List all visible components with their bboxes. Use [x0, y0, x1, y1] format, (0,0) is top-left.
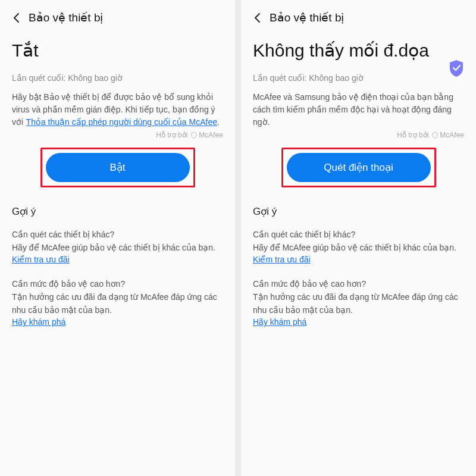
mcafee-shield-icon: [431, 131, 439, 139]
mcafee-text: McAfee: [199, 131, 223, 139]
page-title: Tắt: [12, 40, 223, 61]
description-text: McAfee và Samsung bảo vệ điện thoại của …: [253, 91, 464, 129]
mcafee-logo: McAfee: [190, 131, 223, 139]
tip-item: Cần mức độ bảo vệ cao hơn? Tận hưởng các…: [253, 278, 464, 327]
explore-link[interactable]: Hãy khám phá: [253, 317, 306, 327]
tip-question: Cần mức độ bảo vệ cao hơn?: [12, 278, 223, 291]
highlight-box: Bật: [40, 148, 195, 187]
screen-left: Bảo vệ thiết bị Tắt Lần quét cuối: Không…: [0, 0, 235, 476]
check-offer-link[interactable]: Kiểm tra ưu đãi: [253, 255, 311, 264]
tip-desc: Tận hưởng các ưu đãi đa dạng từ McAfee đ…: [253, 291, 464, 317]
period: .: [217, 117, 220, 127]
screen-right: Bảo vệ thiết bị Không thấy mối đ.dọa Lần…: [241, 0, 476, 476]
header-title: Bảo vệ thiết bị: [270, 11, 345, 24]
tip-desc: Tận hưởng các ưu đãi đa dạng từ McAfee đ…: [12, 291, 223, 317]
check-offer-link[interactable]: Kiểm tra ưu đãi: [12, 255, 70, 264]
tip-desc: Hãy để McAfee giúp bảo vệ các thiết bị k…: [253, 242, 464, 255]
last-scan-text: Lần quét cuối: Không bao giờ: [253, 73, 464, 83]
sponsor-row: Hỗ trợ bởi McAfee: [253, 131, 464, 139]
header: Bảo vệ thiết bị: [12, 11, 223, 24]
mcafee-text: McAfee: [440, 131, 464, 139]
tip-question: Cần mức độ bảo vệ cao hơn?: [253, 278, 464, 291]
header: Bảo vệ thiết bị: [253, 11, 464, 24]
last-scan-text: Lần quét cuối: Không bao giờ: [12, 73, 223, 83]
eula-link[interactable]: Thỏa thuận cấp phép người dùng cuối của …: [26, 117, 217, 127]
tip-item: Cần quét các thiết bị khác? Hãy để McAfe…: [253, 228, 464, 265]
highlight-box: Quét điện thoại: [281, 148, 436, 187]
tip-item: Cần mức độ bảo vệ cao hơn? Tận hưởng các…: [12, 278, 223, 327]
tip-item: Cần quét các thiết bị khác? Hãy để McAfe…: [12, 228, 223, 265]
status-shield-icon: [449, 60, 464, 77]
sponsor-row: Hỗ trợ bởi McAfee: [12, 131, 223, 139]
chevron-left-icon: [12, 12, 20, 23]
tip-desc: Hãy để McAfee giúp bảo vệ các thiết bị k…: [12, 242, 223, 255]
page-title: Không thấy mối đ.dọa: [253, 40, 464, 61]
tip-question: Cần quét các thiết bị khác?: [12, 228, 223, 242]
mcafee-logo: McAfee: [431, 131, 464, 139]
tip-question: Cần quét các thiết bị khác?: [253, 228, 464, 242]
sponsor-label: Hỗ trợ bởi: [156, 131, 187, 139]
back-button[interactable]: [253, 14, 261, 22]
back-button[interactable]: [12, 14, 20, 22]
enable-button[interactable]: Bật: [46, 153, 190, 182]
sponsor-label: Hỗ trợ bởi: [397, 131, 428, 139]
chevron-left-icon: [253, 12, 261, 23]
scan-phone-button[interactable]: Quét điện thoại: [287, 153, 431, 182]
tips-title: Gợi ý: [12, 205, 223, 218]
mcafee-shield-icon: [190, 131, 198, 139]
header-title: Bảo vệ thiết bị: [29, 11, 104, 24]
explore-link[interactable]: Hãy khám phá: [12, 317, 65, 327]
tips-title: Gợi ý: [253, 205, 464, 218]
